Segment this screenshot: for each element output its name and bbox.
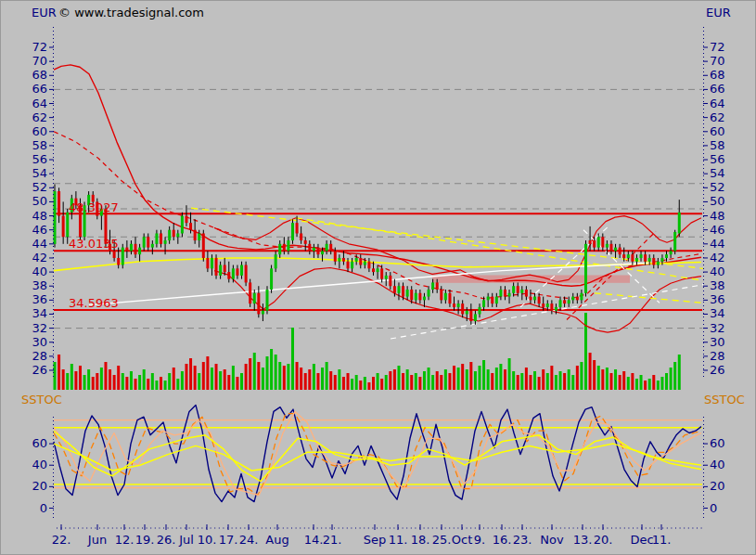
date-label: Dec [630,533,653,547]
resistance-price-label: 48.3027 [69,201,119,213]
sstoc-yellow-1 [54,431,701,481]
volume-bar [652,375,655,390]
volume-bar [300,368,302,390]
support-zone [432,275,630,282]
candle-body [406,290,409,297]
price-tick-label-left: 44 [32,237,47,251]
price-tick-label-left: 28 [32,349,47,363]
candle-body [304,240,307,244]
volume-bar [559,371,562,390]
volume-bar [79,366,82,390]
candle-body [657,262,660,265]
candle-body [329,244,332,252]
volume-bar [176,379,179,390]
candle-body [135,244,137,254]
volume-bar [367,382,370,390]
currency-label-left: EUR [32,6,57,19]
date-label: Aug [265,533,288,547]
price-tick-label-left: 58 [32,138,47,152]
price-tick-label-left: 38 [32,278,47,292]
volume-bar [576,366,579,390]
price-tick-label-left: 72 [32,40,47,54]
indicator-label-right: SSTOC [704,394,745,406]
candle-body [351,262,353,269]
volume-bar [546,373,549,390]
volume-bar [495,368,498,390]
volume-bar [609,373,612,390]
volume-bar [135,379,137,390]
date-label: 10. [198,533,217,547]
date-label: 25. [432,533,452,547]
candle-body [415,293,417,301]
candle-body [525,290,528,297]
candle-body [559,300,562,307]
candle-body [597,237,600,247]
candle-body [113,251,116,258]
price-tick-label-right: 72 [710,40,725,54]
price-tick-label-left: 32 [32,321,47,335]
candle-body [466,311,468,315]
price-tick-label-left: 62 [32,110,47,124]
volume-bar [58,355,60,390]
volume-bar [660,377,663,390]
mid-price-label: 43.0135 [69,238,119,250]
price-tick-label-left: 48 [32,209,47,223]
candle-body [275,254,277,268]
price-tick-label-left: 66 [32,82,47,96]
date-label: 9. [474,533,485,547]
currency-label-right: EUR [706,6,731,19]
candle-body [670,251,673,254]
volume-bar [275,355,277,390]
candle-body [347,262,350,269]
candle-body [262,311,264,315]
volume-bar [410,375,413,390]
volume-bar [308,369,311,390]
volume-bar [151,373,154,390]
candle-body [635,258,638,262]
candle-body [198,233,200,240]
volume-bar [215,364,218,390]
volume-bar [202,362,205,390]
volume-bar [185,364,187,390]
volume-bar [240,373,243,390]
candle-body [151,244,154,248]
price-tick-label-right: 40 [710,265,725,278]
candle-body [568,300,570,303]
candle-body [168,230,171,240]
volume-bar [448,373,451,390]
candle-body [529,297,532,301]
price-tick-label-left: 46 [32,223,47,237]
price-tick-label-right: 52 [710,180,725,194]
volume-bar [444,369,447,390]
volume-bar [520,373,523,390]
volume-bar [418,377,421,390]
candle-body [316,248,319,255]
volume-bar [474,371,477,390]
volume-bar [635,379,638,390]
candle-body [215,258,218,276]
candle-body [125,248,128,252]
candle-body [236,268,238,276]
date-label: 12. [115,533,135,547]
candle-body [431,282,434,290]
candle-body [457,303,460,307]
volume-bar [262,368,264,390]
volume-bar [657,381,660,390]
candle-body [520,290,523,293]
candle-body [54,191,57,244]
volume-bar [589,353,592,390]
volume-bar [372,377,375,390]
volume-bar [181,371,184,390]
candle-body [342,258,345,262]
volume-bar [211,368,213,390]
candle-body [448,293,451,303]
volume-bar [457,368,460,390]
volume-bar [397,366,400,390]
volume-bar [270,349,273,390]
date-label: 18. [411,533,430,547]
price-tick-label-left: 40 [32,265,47,278]
price-tick-label-left: 70 [32,54,47,68]
volume-bar [104,362,107,390]
volume-bar [648,379,651,390]
candle-body [66,213,69,237]
